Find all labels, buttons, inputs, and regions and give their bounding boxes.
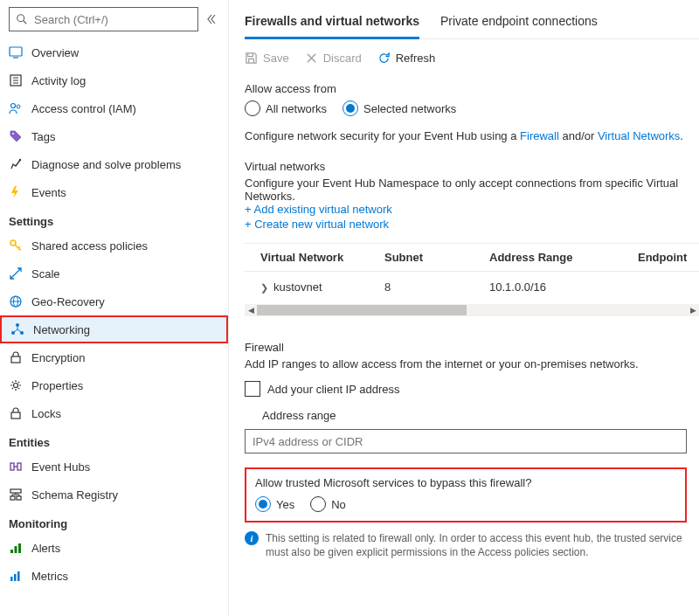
vnet-desc: Configure your Event Hub Namespace to on… [245,176,687,203]
svg-rect-37 [17,571,20,581]
col-header-endpoint: Endpoint [638,251,699,264]
svg-point-8 [11,104,16,108]
sidebar-item-shared-access[interactable]: Shared access policies [0,232,228,260]
sidebar-item-locks[interactable]: Locks [0,399,228,427]
collapse-sidebar-button[interactable] [204,7,219,31]
sidebar-item-metrics[interactable]: Metrics [0,562,228,590]
sidebar-item-geo-recovery[interactable]: Geo-Recovery [0,287,228,315]
create-new-vnet-link[interactable]: + Create new virtual network [245,218,389,231]
add-client-ip-checkbox[interactable] [245,381,260,397]
metrics-icon [9,569,23,583]
tool-label: Refresh [396,52,436,65]
sidebar-item-diagnose[interactable]: Diagnose and solve problems [0,150,228,178]
radio-trusted-no[interactable]: No [310,496,346,512]
sidebar-item-label: Locks [31,407,219,420]
access-from-label: Allow access from [245,82,699,95]
add-client-ip-label: Add your client IP address [267,383,400,396]
radio-selected-networks[interactable]: Selected networks [343,100,456,116]
trusted-services-section: Allow trusted Microsoft services to bypa… [245,467,687,523]
sidebar-item-label: Schema Registry [31,488,219,502]
svg-rect-26 [10,496,15,500]
virtual-networks-link[interactable]: Virtual Networks [598,129,680,142]
scroll-left-icon[interactable]: ◀ [246,305,256,315]
scroll-right-icon[interactable]: ▶ [688,305,698,315]
horizontal-scrollbar[interactable]: ◀ ▶ [245,304,699,316]
sidebar-item-activity-log[interactable]: Activity log [0,66,228,94]
tab-firewalls[interactable]: Firewalls and virtual networks [245,9,419,39]
alerts-icon [9,541,23,555]
tags-icon [9,129,23,143]
sidebar-item-label: Alerts [31,542,219,555]
tool-label: Discard [323,52,362,65]
discard-icon [305,52,318,65]
lock-icon [9,350,23,364]
access-control-icon [9,101,23,115]
radio-label: Yes [276,498,294,511]
sidebar: Overview Activity log Access control (IA… [0,0,229,616]
sidebar-item-label: Properties [31,379,219,392]
address-range-input[interactable] [245,429,687,453]
firewall-link[interactable]: Firewall [520,129,559,142]
svg-rect-36 [14,574,17,581]
sidebar-item-label: Geo-Recovery [31,295,219,308]
info-icon: i [245,531,259,545]
sidebar-item-events[interactable]: Events [0,178,228,206]
svg-rect-34 [18,543,21,553]
scroll-thumb[interactable] [257,305,467,315]
sidebar-item-encryption[interactable]: Encryption [0,343,228,371]
table-row[interactable]: ❯kustovnet 8 10.1.0.0/16 [245,272,699,302]
key-icon [9,239,23,253]
svg-point-11 [19,159,21,161]
sidebar-item-schema-registry[interactable]: Schema Registry [0,481,228,509]
sidebar-item-scale[interactable]: Scale [0,260,228,287]
discard-button[interactable]: Discard [305,52,362,65]
address-range-label: Address range [262,409,699,422]
firewall-heading: Firewall [245,341,699,354]
svg-rect-25 [10,489,21,493]
radio-label: Selected networks [363,102,456,115]
search-box[interactable] [9,7,198,31]
sidebar-item-label: Tags [31,130,219,143]
main-content: Firewalls and virtual networks Private e… [229,0,699,616]
add-existing-vnet-link[interactable]: + Add existing virtual network [245,203,392,216]
lock-icon [9,406,23,420]
gear-icon [9,378,23,392]
radio-trusted-yes[interactable]: Yes [255,496,294,512]
col-header-subnet: Subnet [384,251,489,264]
sidebar-item-overview[interactable]: Overview [0,38,228,66]
save-button[interactable]: Save [245,52,289,65]
sidebar-item-event-hubs[interactable]: Event Hubs [0,453,228,481]
svg-line-1 [24,21,27,24]
sidebar-item-properties[interactable]: Properties [0,371,228,399]
sidebar-item-label: Metrics [31,570,219,583]
sidebar-item-label: Networking [33,323,218,336]
sidebar-section-entities: Entities [0,427,228,453]
refresh-button[interactable]: Refresh [377,52,436,65]
tab-private-endpoint[interactable]: Private endpoint connections [440,9,598,38]
chevron-right-icon[interactable]: ❯ [260,282,268,294]
globe-icon [9,294,23,308]
event-hubs-icon [9,460,23,474]
trusted-question: Allow trusted Microsoft services to bypa… [255,476,676,489]
radio-all-networks[interactable]: All networks [245,100,327,116]
col-header-vnet: Virtual Network [245,251,384,264]
toolbar: Save Discard Refresh [245,39,699,77]
svg-point-10 [12,133,14,135]
sidebar-item-label: Diagnose and solve problems [31,158,219,171]
sidebar-item-label: Event Hubs [31,460,219,474]
sidebar-item-tags[interactable]: Tags [0,122,228,150]
sidebar-section-settings: Settings [0,206,228,232]
search-input[interactable] [34,13,192,26]
overview-icon [9,45,23,59]
sidebar-item-label: Events [31,186,219,199]
vnet-config-desc: Configure network security for your Even… [245,128,699,144]
activity-log-icon [9,73,23,87]
svg-rect-32 [10,550,13,553]
sidebar-item-access-control[interactable]: Access control (IAM) [0,94,228,122]
sidebar-item-networking[interactable]: Networking [0,315,228,343]
sidebar-item-label: Activity log [31,74,219,87]
sidebar-item-alerts[interactable]: Alerts [0,534,228,562]
schema-icon [9,488,23,502]
svg-rect-2 [10,47,22,56]
events-icon [9,185,23,199]
